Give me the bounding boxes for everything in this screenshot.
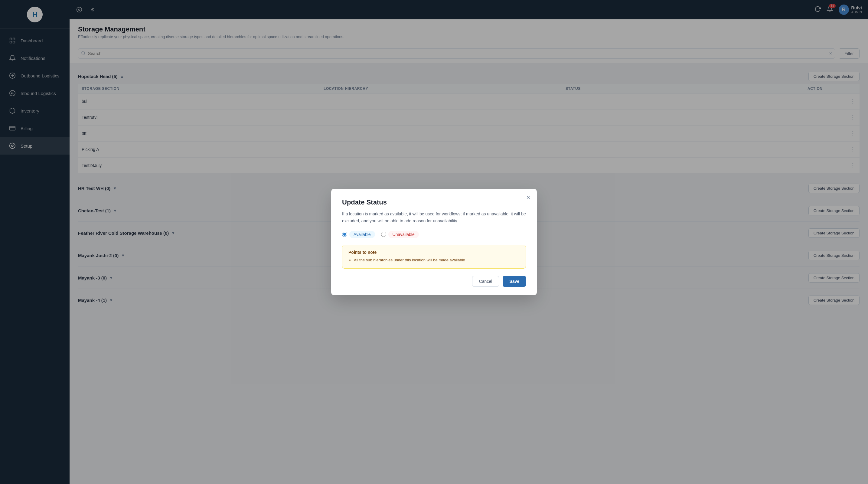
- available-radio-label[interactable]: Available: [342, 231, 375, 238]
- save-button[interactable]: Save: [503, 276, 526, 287]
- unavailable-pill: Unavailable: [388, 231, 419, 238]
- unavailable-radio-input[interactable]: [381, 232, 386, 237]
- update-status-modal: Update Status × If a location is marked …: [331, 189, 537, 295]
- modal-close-button[interactable]: ×: [526, 194, 530, 201]
- modal-title: Update Status: [342, 199, 526, 206]
- modal-overlay[interactable]: Update Status × If a location is marked …: [0, 0, 868, 484]
- note-box: Points to note All the sub hierarchies u…: [342, 245, 526, 269]
- modal-description: If a location is marked as available, it…: [342, 211, 526, 224]
- note-title: Points to note: [348, 250, 520, 255]
- unavailable-radio-label[interactable]: Unavailable: [381, 231, 419, 238]
- available-radio-input[interactable]: [342, 232, 347, 237]
- modal-actions: Cancel Save: [342, 276, 526, 287]
- note-list-item: All the sub hierarchies under this locat…: [354, 257, 520, 264]
- status-radio-group: Available Unavailable: [342, 231, 526, 238]
- cancel-button[interactable]: Cancel: [472, 276, 499, 287]
- note-list: All the sub hierarchies under this locat…: [348, 257, 520, 264]
- available-pill: Available: [349, 231, 375, 238]
